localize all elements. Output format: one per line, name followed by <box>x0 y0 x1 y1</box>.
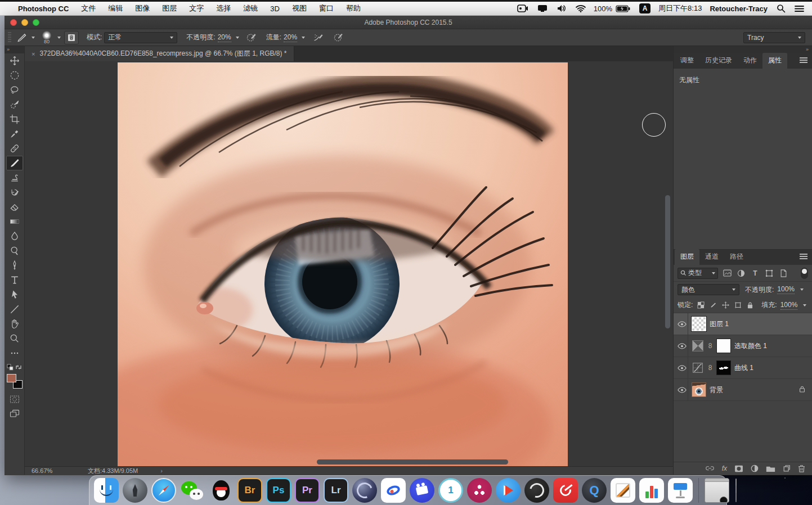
dock-netease-music[interactable] <box>553 478 578 503</box>
tab-paths[interactable]: 路径 <box>724 249 749 265</box>
panel-menu-icon[interactable] <box>800 254 807 259</box>
pen-tool[interactable] <box>6 258 23 273</box>
menu-item-edit[interactable]: 编辑 <box>108 3 123 13</box>
menu-item-file[interactable]: 文件 <box>81 3 96 13</box>
screen-mode-button[interactable] <box>6 407 23 421</box>
dock-numbers[interactable] <box>639 478 664 503</box>
input-method-icon[interactable]: A <box>639 3 651 13</box>
move-tool[interactable] <box>6 53 23 68</box>
flow-value[interactable]: 20% <box>284 33 297 42</box>
new-adjustment-layer-icon[interactable] <box>751 465 759 472</box>
dock-launchpad[interactable] <box>123 478 147 503</box>
line-tool[interactable] <box>6 302 23 317</box>
horizontal-scrollbar[interactable] <box>317 459 508 465</box>
dock-keynote[interactable] <box>668 478 693 503</box>
new-group-icon[interactable] <box>766 465 775 472</box>
dock-adobe-photoshop[interactable]: Ps <box>266 478 291 503</box>
link-layers-icon[interactable] <box>705 465 715 472</box>
layer-thumbnail[interactable] <box>692 382 706 397</box>
filter-smart-objects-icon[interactable] <box>778 268 788 278</box>
dodge-tool[interactable] <box>6 244 23 258</box>
zoom-window-button[interactable] <box>33 19 39 26</box>
dock-capture-one[interactable]: 1 <box>438 478 463 503</box>
canvas-viewport[interactable] <box>25 61 673 466</box>
swap-colors-icon[interactable] <box>15 363 23 373</box>
quick-mask-button[interactable] <box>6 392 23 407</box>
chevron-down-icon[interactable] <box>236 37 239 39</box>
brush-tool[interactable] <box>6 156 23 170</box>
menubar-username[interactable]: Retoucher-Tracy <box>710 4 768 13</box>
menu-app-name[interactable]: Photoshop CC <box>18 4 69 13</box>
history-brush-tool[interactable] <box>6 185 23 200</box>
layer-name[interactable]: 图层 1 <box>710 319 729 329</box>
dock-trash[interactable] <box>735 479 737 502</box>
panel-menu-icon[interactable] <box>800 57 807 63</box>
layer-mask-thumbnail[interactable] <box>716 360 731 375</box>
marquee-tool[interactable] <box>6 68 23 83</box>
menu-item-layer[interactable]: 图层 <box>162 3 177 13</box>
menu-item-select[interactable]: 选择 <box>216 3 231 13</box>
layer-row-layer1[interactable]: 图层 1 <box>674 313 812 335</box>
eraser-tool[interactable] <box>6 200 23 214</box>
lock-all-icon[interactable] <box>746 301 755 310</box>
filter-pixel-layers-icon[interactable] <box>722 268 732 278</box>
dock-qq[interactable] <box>209 478 234 503</box>
dock-cinema-4d[interactable] <box>352 478 377 503</box>
menu-item-type[interactable]: 文字 <box>189 3 204 13</box>
foreground-color-swatch[interactable] <box>7 374 16 382</box>
layer-name[interactable]: 选取颜色 1 <box>734 341 767 351</box>
new-layer-icon[interactable] <box>783 465 791 472</box>
add-mask-icon[interactable] <box>734 465 743 472</box>
quick-selection-tool[interactable] <box>6 97 23 112</box>
zoom-level-field[interactable]: 66.67% <box>32 467 65 474</box>
lock-pixels-icon[interactable] <box>708 301 717 310</box>
dock-safari[interactable] <box>151 478 176 503</box>
tools-panel-collapse[interactable]: » <box>5 46 24 53</box>
layer-row-curves[interactable]: 8 曲线 1 <box>674 357 812 379</box>
filter-type-layers-icon[interactable]: T <box>750 268 760 278</box>
tab-adjustments[interactable]: 调整 <box>675 53 699 69</box>
healing-brush-tool[interactable] <box>6 141 23 156</box>
chevron-down-icon[interactable] <box>57 37 61 39</box>
dock-quicktime[interactable]: Q <box>582 478 607 503</box>
delete-layer-icon[interactable] <box>798 465 805 472</box>
default-colors-icon[interactable] <box>7 363 14 373</box>
lock-position-icon[interactable] <box>721 301 730 310</box>
gradient-tool[interactable] <box>6 214 23 229</box>
close-tab-icon[interactable]: × <box>32 51 35 57</box>
layer-name[interactable]: 背景 <box>710 385 723 395</box>
dock-minimized-window[interactable] <box>705 478 729 503</box>
eyedropper-tool[interactable] <box>6 127 23 141</box>
filter-adjustment-layers-icon[interactable] <box>736 268 746 278</box>
dock-pages[interactable] <box>611 478 635 503</box>
dock-video-app[interactable] <box>410 478 434 503</box>
layer-row-background[interactable]: 背景 <box>674 379 812 401</box>
visibility-eye-icon[interactable] <box>676 313 688 335</box>
layer-opacity-value[interactable]: 100% <box>777 285 795 294</box>
canvas-image[interactable] <box>118 62 568 466</box>
dock-wechat[interactable] <box>180 478 205 503</box>
dock-finder[interactable] <box>94 478 119 503</box>
lasso-tool[interactable] <box>6 83 23 97</box>
menu-item-help[interactable]: 帮助 <box>346 3 361 13</box>
fill-value[interactable]: 100% <box>780 301 798 310</box>
toggle-brush-panel-button[interactable] <box>64 31 79 44</box>
zoom-tool[interactable] <box>6 331 23 346</box>
visibility-eye-icon[interactable] <box>676 357 688 378</box>
tab-actions[interactable]: 动作 <box>738 53 762 69</box>
minimize-window-button[interactable] <box>21 19 28 26</box>
layer-filtering-toggle[interactable] <box>801 268 808 279</box>
brush-preset-picker[interactable]: 80 <box>38 30 55 46</box>
menubar-clock[interactable]: 周日下午8:13 <box>658 3 702 13</box>
menu-item-window[interactable]: 窗口 <box>319 3 334 13</box>
blur-tool[interactable] <box>6 229 23 244</box>
vertical-scrollbar[interactable] <box>665 195 670 328</box>
display-icon[interactable] <box>537 3 548 13</box>
layer-mask-thumbnail[interactable] <box>716 339 731 353</box>
chevron-down-icon[interactable] <box>302 37 305 39</box>
volume-icon[interactable] <box>557 3 567 13</box>
filter-shape-layers-icon[interactable] <box>764 268 774 278</box>
layer-name[interactable]: 曲线 1 <box>734 363 753 373</box>
blend-mode-dropdown[interactable]: 正常 <box>104 32 177 43</box>
dock-adobe-lightroom[interactable]: Lr <box>324 478 348 503</box>
